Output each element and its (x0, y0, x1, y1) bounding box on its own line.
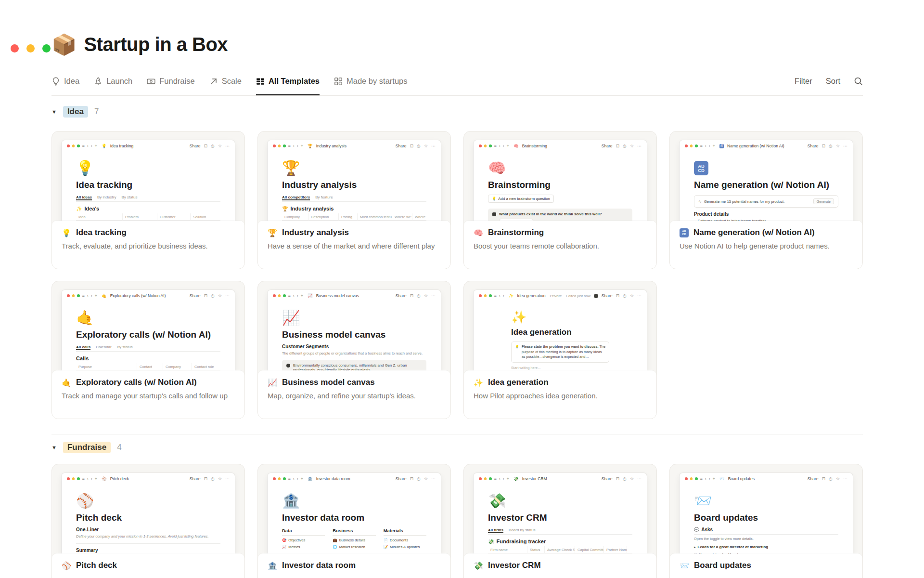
mini-text: Define your company and your mission in … (76, 534, 220, 539)
mini-window-title: Exploratory calls (w/ Notion AI) (110, 293, 166, 298)
template-title: Investor CRM (488, 561, 541, 570)
template-card-investor-crm[interactable]: ≡‹›+ 💸 Investor CRM Share⊡◷☆⋯ 💸 Investor… (463, 464, 657, 578)
mini-subheading: One-Liner (76, 527, 220, 532)
template-title: Name generation (w/ Notion AI) (693, 228, 815, 237)
mini-window: ≡‹›+ 🏆 Industry analysis Share⊡◷☆⋯ 🏆 Ind… (268, 140, 441, 225)
page-link: 🎯Objectives (282, 538, 325, 542)
share-button: Share (396, 293, 407, 298)
section-badge-fundraise[interactable]: Fundraise (63, 442, 111, 453)
template-description: Use Notion AI to help generate product n… (680, 242, 853, 250)
mini-close-dot (67, 144, 70, 147)
more-icon: ⋯ (637, 294, 642, 298)
mini-window: ≡‹›+ 📈 Business model canvas Share⊡◷☆⋯ 📈… (268, 290, 441, 375)
section-toggle-icon[interactable]: ▼ (51, 109, 57, 115)
mini-window-chrome: ≡‹›+ 📈 Business model canvas Share⊡◷☆⋯ (268, 290, 441, 302)
callout-strong-text: Please state the problem you want to dis… (522, 344, 599, 349)
template-card-board-updates[interactable]: ≡‹›+ 📨 Board updates Share⊡◷☆⋯ 📨 Board u… (669, 464, 863, 578)
template-card-idea-generation[interactable]: ≡‹› ✨ Idea generation Private Edited jus… (463, 281, 657, 419)
mini-window: ≡‹›+ 🏦 Investor data room Share⊡◷☆⋯ 🏦 In… (268, 473, 441, 558)
tab-launch[interactable]: Launch (94, 67, 132, 95)
page-icon: ✨ (509, 294, 514, 298)
page-link: 📈Metrics (282, 545, 325, 549)
forward-icon: › (91, 144, 92, 148)
template-card-investor-data-room[interactable]: ≡‹›+ 🏦 Investor data room Share⊡◷☆⋯ 🏦 In… (257, 464, 451, 578)
document-icon: 📄 (384, 538, 388, 542)
mini-window-chrome: ≡‹›+ 🏦 Investor data room Share⊡◷☆⋯ (268, 473, 441, 485)
template-card-pitch-deck[interactable]: ≡‹›+ ⚾ Pitch deck Share⊡◷☆⋯ ⚾ Pitch deck… (51, 464, 245, 578)
menu-icon: ≡ (494, 144, 497, 148)
forward-icon: › (709, 144, 710, 148)
search-icon[interactable] (854, 77, 863, 86)
page-icon: 📨 (719, 477, 725, 481)
clock-icon: ◷ (211, 294, 215, 298)
section-header-fundraise: ▼ Fundraise 4 (51, 441, 863, 454)
tab-made-by-startups[interactable]: Made by startups (334, 67, 408, 95)
back-icon: ‹ (293, 144, 295, 148)
ai-icon: ∿ (698, 199, 702, 204)
back-icon: ‹ (87, 144, 89, 148)
sort-button[interactable]: Sort (826, 77, 840, 86)
column-header: Contact (137, 363, 163, 370)
comment-icon: ⊡ (822, 144, 826, 148)
page-icon: 📈 (308, 294, 313, 298)
view-tab: All ideas (76, 195, 92, 199)
plus-icon: + (507, 477, 509, 481)
mini-close-dot (67, 477, 70, 480)
template-card-exploratory-calls[interactable]: ≡‹›+ 🤙 Exploratory calls (w/ Notion AI) … (51, 281, 245, 419)
mini-window: ≡‹›+ 🤙 Exploratory calls (w/ Notion AI) … (62, 290, 235, 375)
tab-all-templates[interactable]: All Templates (256, 67, 320, 95)
more-icon: ⋯ (431, 294, 436, 298)
card-footer: 📈Business model canvas Map, organize, an… (258, 370, 450, 419)
tab-fundraise[interactable]: Fundraise (147, 67, 194, 95)
template-title: Pitch deck (76, 561, 117, 570)
minimize-button[interactable] (26, 44, 35, 53)
star-icon: ☆ (424, 294, 428, 298)
mini-close-dot (67, 294, 70, 297)
template-card-business-model-canvas[interactable]: ≡‹›+ 📈 Business model canvas Share⊡◷☆⋯ 📈… (257, 281, 451, 419)
chart-icon: 📈 (282, 545, 286, 549)
page-icon: 🏆 (308, 144, 313, 148)
template-description: Have a sense of the market and where dif… (268, 242, 441, 250)
template-title: Idea generation (488, 378, 549, 387)
trophy-icon: 🏆 (282, 206, 288, 211)
mini-window: ≡‹›+ 💡 Idea tracking Share⊡◷☆⋯ 💡 Idea tr… (62, 140, 235, 225)
template-card-name-generation[interactable]: ≡‹›+ ABCD Name generation (w/ Notion AI)… (669, 131, 863, 269)
section-toggle-icon[interactable]: ▼ (51, 445, 57, 450)
view-tab: Board by status (509, 528, 536, 532)
template-card-industry-analysis[interactable]: ≡‹›+ 🏆 Industry analysis Share⊡◷☆⋯ 🏆 Ind… (257, 131, 451, 269)
close-button[interactable] (11, 44, 19, 53)
incoming-envelope-emoji: 📨 (694, 494, 838, 508)
maximize-button[interactable] (42, 44, 51, 53)
page-link: 📄Documents (384, 538, 426, 542)
template-description: Map, organize, and refine your startup's… (268, 392, 441, 400)
mini-view-tabs: All competitors By feature (282, 195, 426, 202)
filter-button[interactable]: Filter (795, 77, 812, 86)
page-link: 🌐Market research (333, 545, 375, 549)
bank-emoji: 🏦 (282, 494, 426, 508)
more-icon: ⋯ (431, 144, 436, 148)
toggle-triangle-icon: ▸ (694, 545, 696, 549)
comment-icon: ⊡ (204, 477, 208, 481)
section-badge-idea[interactable]: Idea (63, 106, 88, 118)
template-preview: ≡‹›+ ⚾ Pitch deck Share⊡◷☆⋯ ⚾ Pitch deck… (52, 464, 244, 558)
tab-scale[interactable]: Scale (209, 67, 242, 95)
menu-icon: ≡ (700, 144, 703, 148)
view-tab: All calls (76, 345, 90, 349)
arrow-up-right-icon (209, 77, 218, 86)
tab-idea[interactable]: Idea (51, 67, 79, 95)
template-card-idea-tracking[interactable]: ≡‹›+ 💡 Idea tracking Share⊡◷☆⋯ 💡 Idea tr… (51, 131, 245, 269)
plus-icon: + (713, 144, 715, 148)
forward-icon: › (297, 294, 298, 298)
comment-icon: ⊡ (822, 477, 826, 481)
mini-page-heading: Business model canvas (282, 329, 426, 340)
card-footer: 💸Investor CRM (464, 553, 656, 578)
template-preview: ≡‹›+ 🧠 Brainstorming Share⊡◷☆⋯ 🧠 Brainst… (464, 131, 656, 225)
mini-window-chrome: ≡‹›+ ABCD Name generation (w/ Notion AI)… (680, 140, 853, 152)
template-card-brainstorming[interactable]: ≡‹›+ 🧠 Brainstorming Share⊡◷☆⋯ 🧠 Brainst… (463, 131, 657, 269)
more-icon: ⋯ (843, 144, 847, 148)
mini-subheading: Summary (76, 548, 220, 553)
template-description: Boost your teams remote collaboration. (474, 242, 647, 250)
plus-icon: + (301, 477, 303, 481)
mini-zoom-dot (77, 477, 80, 480)
column-header: Contact role (192, 363, 220, 370)
